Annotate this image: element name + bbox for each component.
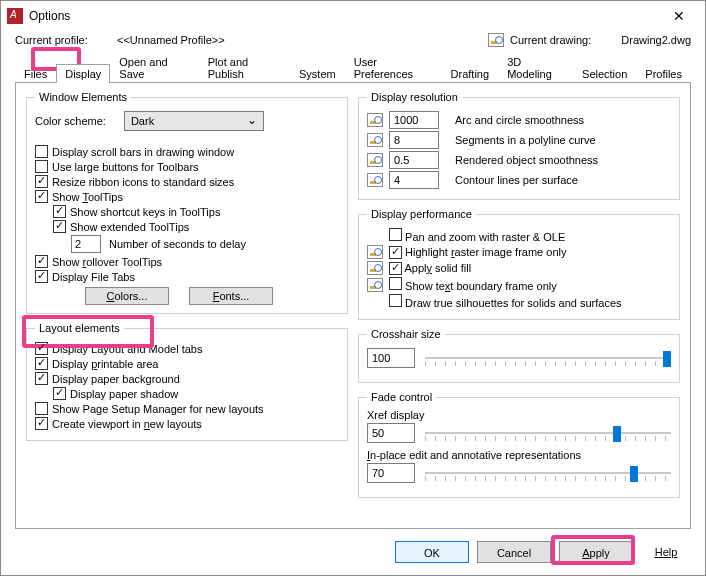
color-scheme-label: Color scheme:: [35, 115, 106, 127]
tab-3d-modeling[interactable]: 3D Modeling: [498, 52, 573, 83]
cancel-button[interactable]: Cancel: [477, 541, 551, 563]
tab-plot-publish[interactable]: Plot and Publish: [199, 52, 290, 83]
dwg-icon: [367, 278, 383, 292]
polyline-segments-label: Segments in a polyline curve: [455, 134, 596, 146]
drawing-label: Current drawing:: [510, 34, 591, 46]
apply-button[interactable]: Apply: [559, 541, 633, 563]
right-column: Display resolution 1000Arc and circle sm…: [358, 91, 680, 520]
chk-create-viewport[interactable]: Create viewport in new layouts: [35, 417, 202, 430]
crosshair-value[interactable]: 100: [367, 348, 415, 368]
dwg-icon: [367, 245, 383, 259]
tab-system[interactable]: System: [290, 64, 345, 83]
display-performance-legend: Display performance: [367, 208, 476, 220]
tab-selection[interactable]: Selection: [573, 64, 636, 83]
rendered-smoothness-input[interactable]: 0.5: [389, 151, 439, 169]
xref-value[interactable]: 50: [367, 423, 415, 443]
tab-user-prefs[interactable]: User Preferences: [345, 52, 442, 83]
dwg-icon: [367, 133, 383, 147]
window-elements-legend: Window Elements: [35, 91, 131, 103]
inplace-value[interactable]: 70: [367, 463, 415, 483]
profile-label: Current profile:: [15, 34, 95, 46]
tab-open-save[interactable]: Open and Save: [110, 52, 198, 83]
window-elements-group: Window Elements Color scheme: Dark Displ…: [26, 91, 348, 314]
tabstrip: Files Display Open and Save Plot and Pub…: [1, 51, 705, 82]
display-performance-group: Display performance Pan and zoom with ra…: [358, 208, 680, 320]
tab-files[interactable]: Files: [15, 64, 56, 83]
titlebar: Options ✕: [1, 1, 705, 31]
chk-printable-area[interactable]: Display printable area: [35, 357, 158, 370]
colors-button[interactable]: Colors...: [85, 287, 169, 305]
xref-label: Xref display: [367, 409, 671, 421]
dwg-icon: [367, 261, 383, 275]
color-scheme-select[interactable]: Dark: [124, 111, 264, 131]
arc-smoothness-label: Arc and circle smoothness: [455, 114, 584, 126]
chk-shortcut-keys[interactable]: Show shortcut keys in ToolTips: [53, 205, 220, 218]
chk-show-tooltips[interactable]: Show ToolTips: [35, 190, 123, 203]
help-button[interactable]: Help: [641, 541, 691, 563]
tab-profiles[interactable]: Profiles: [636, 64, 691, 83]
profile-row: Current profile: <<Unnamed Profile>> Cur…: [1, 31, 705, 51]
window-title: Options: [29, 9, 659, 23]
tab-content: Window Elements Color scheme: Dark Displ…: [15, 82, 691, 529]
chk-extended-tooltips[interactable]: Show extended ToolTips: [53, 220, 189, 233]
chk-paper-background[interactable]: Display paper background: [35, 372, 180, 385]
chk-text-boundary[interactable]: Show text boundary frame only: [389, 277, 557, 292]
drawing-value: Drawing2.dwg: [621, 34, 691, 46]
chk-scrollbars[interactable]: Display scroll bars in drawing window: [35, 145, 234, 158]
layout-elements-legend: Layout elements: [35, 322, 124, 334]
crosshair-legend: Crosshair size: [367, 328, 445, 340]
fonts-button[interactable]: Fonts...: [189, 287, 273, 305]
drawing-icon: [488, 33, 504, 47]
chk-paper-shadow[interactable]: Display paper shadow: [53, 387, 178, 400]
delay-label: Number of seconds to delay: [109, 238, 246, 250]
chk-apply-solid-fill[interactable]: Apply solid fill: [389, 262, 471, 275]
dwg-icon: [367, 153, 383, 167]
layout-elements-group: Layout elements Display Layout and Model…: [26, 322, 348, 441]
profile-value: <<Unnamed Profile>>: [117, 34, 225, 46]
delay-input[interactable]: 2: [71, 235, 101, 253]
dialog-footer: OK Cancel Apply Help: [1, 529, 705, 575]
inplace-slider[interactable]: [425, 463, 671, 483]
ok-button[interactable]: OK: [395, 541, 469, 563]
left-column: Window Elements Color scheme: Dark Displ…: [26, 91, 348, 520]
rendered-smoothness-label: Rendered object smoothness: [455, 154, 598, 166]
inplace-label: In-place edit and annotative representat…: [367, 449, 671, 461]
contour-lines-label: Contour lines per surface: [455, 174, 578, 186]
dwg-icon: [367, 173, 383, 187]
chk-true-silhouettes[interactable]: Draw true silhouettes for solids and sur…: [389, 294, 622, 309]
chk-highlight-raster[interactable]: Highlight raster image frame only: [389, 246, 566, 259]
chk-resize-ribbon[interactable]: Resize ribbon icons to standard sizes: [35, 175, 234, 188]
contour-lines-input[interactable]: 4: [389, 171, 439, 189]
tab-display[interactable]: Display: [56, 64, 110, 83]
options-window: Options ✕ Current profile: <<Unnamed Pro…: [0, 0, 706, 576]
chk-layout-model-tabs[interactable]: Display Layout and Model tabs: [35, 342, 202, 355]
crosshair-slider[interactable]: [425, 348, 671, 368]
dwg-icon: [367, 113, 383, 127]
chk-rollover-tooltips[interactable]: Show rollover ToolTips: [35, 255, 162, 268]
xref-slider[interactable]: [425, 423, 671, 443]
chk-large-buttons[interactable]: Use large buttons for Toolbars: [35, 160, 199, 173]
close-icon[interactable]: ✕: [659, 2, 699, 30]
fade-control-group: Fade control Xref display 50 In-place ed…: [358, 391, 680, 498]
chk-page-setup-manager[interactable]: Show Page Setup Manager for new layouts: [35, 402, 264, 415]
fade-legend: Fade control: [367, 391, 436, 403]
chk-pan-zoom-raster[interactable]: Pan and zoom with raster & OLE: [389, 228, 565, 243]
chk-display-file-tabs[interactable]: Display File Tabs: [35, 270, 135, 283]
app-icon: [7, 8, 23, 24]
crosshair-size-group: Crosshair size 100: [358, 328, 680, 383]
display-resolution-legend: Display resolution: [367, 91, 462, 103]
polyline-segments-input[interactable]: 8: [389, 131, 439, 149]
arc-smoothness-input[interactable]: 1000: [389, 111, 439, 129]
tab-drafting[interactable]: Drafting: [442, 64, 499, 83]
display-resolution-group: Display resolution 1000Arc and circle sm…: [358, 91, 680, 200]
